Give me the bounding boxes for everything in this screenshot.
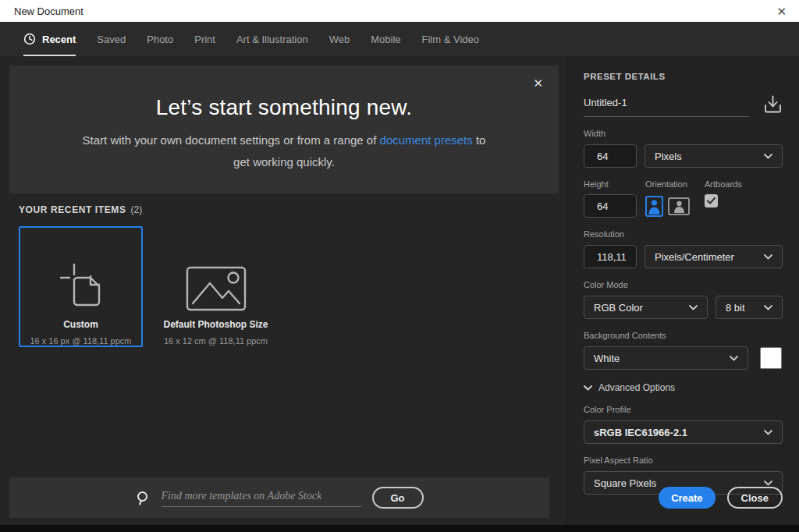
- recent-item-custom[interactable]: Custom 16 x 16 px @ 118,11 ppcm: [19, 226, 143, 347]
- document-presets-link[interactable]: document presets: [380, 133, 473, 147]
- recent-item-subtitle: 16 x 12 cm @ 118,11 ppcm: [164, 336, 268, 346]
- height-input[interactable]: [584, 194, 637, 218]
- chevron-down-icon: [764, 154, 772, 159]
- advanced-options-label: Advanced Options: [598, 382, 675, 393]
- width-row: Pixels: [584, 144, 783, 168]
- width-unit-value: Pixels: [655, 151, 682, 162]
- chevron-down-icon: [764, 430, 772, 435]
- recent-item-title: Default Photoshop Size: [163, 319, 268, 330]
- document-name-input[interactable]: [584, 97, 749, 108]
- tab-label: Web: [329, 34, 350, 45]
- stock-search-field: [162, 488, 361, 507]
- preset-details-heading: PRESET DETAILS: [584, 72, 783, 81]
- resolution-input[interactable]: [584, 245, 637, 268]
- tab-label: Film & Video: [422, 34, 479, 45]
- width-label: Width: [584, 129, 783, 138]
- color-mode-row: RGB Color 8 bit: [584, 296, 783, 319]
- dialog-actions: Create Close: [659, 487, 783, 509]
- advanced-options-toggle[interactable]: Advanced Options: [584, 382, 783, 393]
- pixel-aspect-ratio-value: Square Pixels: [594, 477, 656, 489]
- chevron-down-icon: [764, 254, 772, 260]
- resolution-unit-value: Pixels/Centimeter: [655, 251, 734, 263]
- tab-print[interactable]: Print: [194, 22, 215, 56]
- height-orientation-artboards-labels: Height Orientation: [584, 179, 783, 218]
- photo-icon: [186, 246, 247, 311]
- portrait-person-icon: [648, 198, 661, 215]
- banner-body: Start with your own document settings or…: [73, 129, 495, 173]
- adobe-stock-search-bar: Go: [9, 477, 549, 518]
- tab-mobile[interactable]: Mobile: [371, 22, 400, 56]
- chevron-down-icon: [730, 356, 738, 361]
- color-profile-dropdown[interactable]: sRGB IEC61966-2.1: [584, 420, 783, 444]
- background-contents-row: White: [584, 346, 783, 370]
- bit-depth-dropdown[interactable]: 8 bit: [716, 296, 783, 319]
- portrait-orientation-button[interactable]: [645, 196, 663, 217]
- width-unit-dropdown[interactable]: Pixels: [645, 144, 783, 168]
- color-profile-row: sRGB IEC61966-2.1: [584, 420, 783, 444]
- tab-label: Recent: [42, 34, 76, 45]
- orientation-label: Orientation: [645, 179, 690, 189]
- close-button[interactable]: Close: [727, 487, 783, 509]
- color-mode-value: RGB Color: [594, 302, 643, 314]
- tab-label: Saved: [97, 34, 126, 45]
- recent-items-title: YOUR RECENT ITEMS: [19, 204, 126, 215]
- titlebar: New Document ✕: [0, 0, 799, 22]
- tab-label: Art & Illustration: [236, 34, 308, 45]
- artboards-label: Artboards: [705, 179, 742, 189]
- tab-label: Print: [194, 34, 215, 45]
- main-area: ✕ Let’s start something new. Start with …: [0, 56, 566, 532]
- height-label: Height: [584, 179, 637, 189]
- recent-items-count: (2): [131, 204, 143, 215]
- landscape-person-icon: [673, 200, 685, 213]
- tab-label: Photo: [147, 34, 173, 45]
- tab-recent[interactable]: Recent: [23, 22, 76, 56]
- save-preset-icon: [763, 94, 783, 114]
- banner-close-icon[interactable]: ✕: [533, 76, 543, 90]
- pixel-aspect-ratio-label: Pixel Aspect Ratio: [584, 456, 783, 465]
- chevron-down-icon: [764, 305, 772, 310]
- create-button[interactable]: Create: [659, 487, 715, 509]
- tab-saved[interactable]: Saved: [97, 22, 126, 56]
- background-color-swatch[interactable]: [760, 347, 782, 369]
- resolution-label: Resolution: [584, 229, 783, 239]
- check-icon: [707, 197, 716, 204]
- recent-items-heading: YOUR RECENT ITEMS(2): [19, 204, 142, 215]
- recent-item-title: Custom: [63, 319, 98, 330]
- tab-film-video[interactable]: Film & Video: [422, 22, 479, 56]
- window-bottom-edge: [0, 525, 799, 532]
- color-mode-label: Color Mode: [584, 280, 783, 289]
- color-profile-value: sRGB IEC61966-2.1: [594, 427, 687, 438]
- search-icon: [136, 491, 151, 505]
- go-button[interactable]: Go: [372, 487, 424, 509]
- background-contents-label: Background Contents: [584, 331, 783, 340]
- tab-web[interactable]: Web: [329, 22, 350, 56]
- chevron-down-icon: [689, 305, 698, 310]
- tab-photo[interactable]: Photo: [147, 22, 173, 56]
- resolution-unit-dropdown[interactable]: Pixels/Centimeter: [645, 245, 783, 268]
- welcome-banner: ✕ Let’s start something new. Start with …: [9, 66, 559, 193]
- dialog-close-icon[interactable]: ✕: [776, 5, 787, 17]
- banner-text-before: Start with your own document settings or…: [83, 133, 380, 147]
- recent-item-default-photoshop-size[interactable]: Default Photoshop Size 16 x 12 cm @ 118,…: [154, 226, 278, 347]
- banner-heading: Let’s start something new.: [9, 95, 559, 120]
- new-document-dialog: New Document ✕ Recent Saved Photo Print …: [0, 0, 799, 532]
- preset-details-panel: PRESET DETAILS Width: [566, 56, 799, 532]
- save-preset-button[interactable]: [763, 94, 783, 114]
- category-tabbar: Recent Saved Photo Print Art & Illustrat…: [0, 22, 799, 56]
- background-contents-dropdown[interactable]: White: [584, 346, 748, 370]
- resolution-row: Pixels/Centimeter: [584, 245, 783, 268]
- width-input[interactable]: [584, 144, 637, 168]
- stock-search-input[interactable]: [162, 490, 361, 502]
- bit-depth-value: 8 bit: [726, 302, 745, 314]
- recent-items-grid: Custom 16 x 16 px @ 118,11 ppcm Default …: [19, 226, 278, 347]
- dialog-title: New Document: [14, 5, 83, 17]
- artboards-checkbox[interactable]: [705, 194, 718, 207]
- tab-label: Mobile: [371, 34, 400, 45]
- clock-icon: [23, 33, 36, 45]
- background-contents-value: White: [594, 353, 620, 364]
- tab-art-illustration[interactable]: Art & Illustration: [236, 22, 308, 56]
- color-mode-dropdown[interactable]: RGB Color: [584, 296, 708, 319]
- landscape-orientation-button[interactable]: [668, 197, 690, 215]
- document-name-row: [584, 90, 783, 117]
- custom-document-icon: [56, 246, 106, 311]
